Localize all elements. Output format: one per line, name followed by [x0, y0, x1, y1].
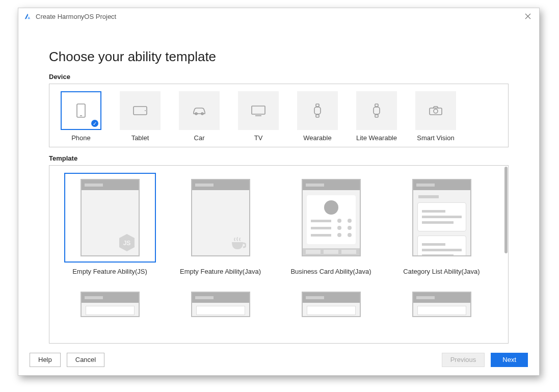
- template-thumbnail: [175, 291, 267, 318]
- device-label: Phone: [71, 134, 91, 142]
- tablet-icon: [120, 91, 161, 130]
- svg-rect-12: [375, 104, 378, 107]
- help-button[interactable]: Help: [30, 353, 61, 367]
- device-label: Lite Wearable: [356, 134, 397, 142]
- template-thumbnail: [285, 173, 377, 263]
- svg-rect-9: [316, 104, 319, 107]
- svg-point-15: [434, 109, 438, 113]
- close-button[interactable]: [520, 9, 536, 23]
- window-title: Create HarmonyOS Project: [36, 13, 116, 20]
- template-thumbnail: [396, 173, 488, 263]
- dialog-content: Choose your ability template Device ✓ Ph…: [18, 24, 539, 344]
- device-section-label: Device: [49, 73, 509, 81]
- device-label: Smart Vision: [417, 134, 454, 142]
- template-thumbnail: [175, 173, 267, 263]
- template-option-empty-feature-ability-js-[interactable]: JS Empty Feature Ability(JS): [59, 173, 161, 288]
- device-label: TV: [254, 134, 263, 142]
- device-panel: ✓ Phone Tablet Car TV Wearable Lite Wear…: [49, 84, 509, 147]
- tv-icon: [238, 91, 279, 130]
- wearable-icon: [356, 91, 397, 130]
- device-option-wearable[interactable]: Wearable: [294, 91, 341, 142]
- close-icon: [525, 13, 531, 19]
- device-option-phone[interactable]: ✓ Phone: [58, 91, 104, 142]
- template-option-template-4[interactable]: [59, 291, 161, 343]
- next-button[interactable]: Next: [491, 353, 528, 367]
- device-option-tv[interactable]: TV: [235, 91, 282, 142]
- template-section-label: Template: [49, 154, 509, 162]
- device-option-lite-wearable[interactable]: Lite Wearable: [353, 91, 400, 142]
- template-label: Category List Ability(Java): [403, 268, 480, 277]
- device-option-car[interactable]: Car: [176, 91, 223, 142]
- camera-icon: [415, 91, 456, 130]
- svg-rect-8: [314, 107, 321, 114]
- svg-rect-0: [77, 104, 85, 117]
- svg-rect-6: [252, 106, 265, 114]
- device-label: Wearable: [303, 134, 331, 142]
- template-label: Empty Feature Ability(JS): [72, 268, 147, 277]
- page-title: Choose your ability template: [49, 49, 509, 65]
- wearable-icon: [297, 91, 338, 130]
- app-logo-icon: [23, 12, 32, 20]
- svg-rect-10: [316, 115, 319, 117]
- car-icon: [179, 91, 220, 130]
- device-option-tablet[interactable]: Tablet: [117, 91, 164, 142]
- template-grid: JS Empty Feature Ability(JS) Empty Featu…: [49, 166, 502, 343]
- device-label: Car: [194, 134, 205, 142]
- svg-text:JS: JS: [123, 240, 130, 247]
- template-thumbnail: JS: [64, 173, 156, 263]
- title-bar: Create HarmonyOS Project: [18, 8, 539, 24]
- device-option-smart-vision[interactable]: Smart Vision: [412, 91, 459, 142]
- svg-point-3: [145, 110, 146, 111]
- device-label: Tablet: [131, 134, 149, 142]
- template-option-template-7[interactable]: [390, 291, 493, 343]
- previous-button: Previous: [442, 353, 485, 367]
- scrollbar-thumb[interactable]: [504, 167, 508, 253]
- js-icon: JS: [118, 233, 136, 252]
- template-option-template-5[interactable]: [169, 291, 272, 343]
- template-panel: JS Empty Feature Ability(JS) Empty Featu…: [49, 165, 509, 344]
- template-option-category-list-ability-java-[interactable]: Category List Ability(Java): [390, 173, 493, 288]
- template-option-empty-feature-ability-java-[interactable]: Empty Feature Ability(Java): [169, 173, 272, 288]
- coffee-icon: [229, 237, 246, 252]
- template-label: Business Card Ability(Java): [290, 268, 371, 277]
- svg-rect-11: [374, 107, 380, 114]
- template-option-business-card-ability-java-[interactable]: Business Card Ability(Java): [280, 173, 382, 288]
- phone-icon: ✓: [61, 91, 101, 130]
- template-label: Empty Feature Ability(Java): [180, 268, 261, 277]
- cancel-button[interactable]: Cancel: [67, 353, 104, 367]
- dialog-footer: Help Cancel Previous Next: [18, 344, 539, 375]
- template-thumbnail: [396, 291, 488, 318]
- template-option-template-6[interactable]: [280, 291, 382, 343]
- checkmark-icon: ✓: [91, 120, 98, 127]
- template-thumbnail: [285, 291, 377, 318]
- svg-rect-13: [375, 115, 378, 117]
- template-thumbnail: [64, 291, 156, 318]
- dialog-window: Create HarmonyOS Project Choose your abi…: [18, 8, 540, 376]
- template-scrollbar[interactable]: [504, 166, 508, 343]
